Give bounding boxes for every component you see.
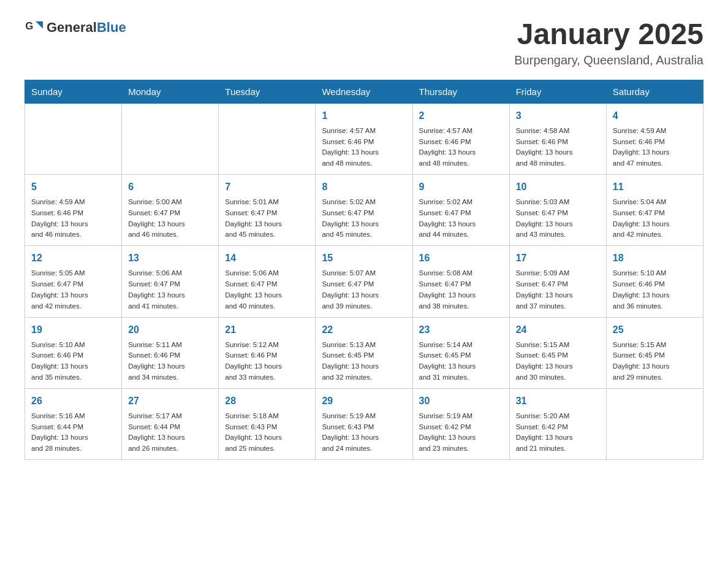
calendar-cell: 31Sunrise: 5:20 AMSunset: 6:42 PMDayligh… <box>509 388 606 459</box>
day-info: Sunrise: 5:06 AMSunset: 6:47 PMDaylight:… <box>128 268 212 312</box>
day-info: Sunrise: 5:17 AMSunset: 6:44 PMDaylight:… <box>128 411 212 454</box>
day-number: 10 <box>516 180 600 194</box>
calendar-cell: 14Sunrise: 5:06 AMSunset: 6:47 PMDayligh… <box>219 246 316 317</box>
day-info: Sunrise: 5:03 AMSunset: 6:47 PMDaylight:… <box>516 197 600 240</box>
day-info: Sunrise: 4:59 AMSunset: 6:46 PMDaylight:… <box>613 126 697 169</box>
day-number: 12 <box>31 251 115 266</box>
calendar-title: January 2025 <box>514 18 703 51</box>
day-number: 7 <box>225 180 309 194</box>
day-number: 24 <box>516 323 600 337</box>
day-number: 19 <box>31 323 115 337</box>
calendar-cell <box>219 103 316 174</box>
calendar-cell: 23Sunrise: 5:14 AMSunset: 6:45 PMDayligh… <box>412 317 509 388</box>
day-info: Sunrise: 4:58 AMSunset: 6:46 PMDaylight:… <box>516 126 600 169</box>
day-info: Sunrise: 4:57 AMSunset: 6:46 PMDaylight:… <box>322 126 406 169</box>
calendar-week-row: 26Sunrise: 5:16 AMSunset: 6:44 PMDayligh… <box>25 388 703 459</box>
svg-marker-1 <box>36 21 43 29</box>
day-info: Sunrise: 5:05 AMSunset: 6:47 PMDaylight:… <box>31 268 115 312</box>
day-info: Sunrise: 5:01 AMSunset: 6:47 PMDaylight:… <box>225 197 309 240</box>
day-info: Sunrise: 5:14 AMSunset: 6:45 PMDaylight:… <box>419 340 503 383</box>
calendar-cell: 29Sunrise: 5:19 AMSunset: 6:43 PMDayligh… <box>316 388 412 459</box>
day-number: 31 <box>516 394 600 408</box>
day-number: 26 <box>31 394 115 408</box>
calendar-week-row: 1Sunrise: 4:57 AMSunset: 6:46 PMDaylight… <box>25 103 703 174</box>
day-info: Sunrise: 5:15 AMSunset: 6:45 PMDaylight:… <box>613 340 697 383</box>
header-thursday: Thursday <box>412 80 509 103</box>
calendar-cell: 3Sunrise: 4:58 AMSunset: 6:46 PMDaylight… <box>509 103 606 174</box>
header-tuesday: Tuesday <box>219 80 316 103</box>
calendar-cell: 9Sunrise: 5:02 AMSunset: 6:47 PMDaylight… <box>412 175 509 246</box>
header-monday: Monday <box>122 80 219 103</box>
day-info: Sunrise: 5:04 AMSunset: 6:47 PMDaylight:… <box>613 197 697 240</box>
day-number: 20 <box>128 323 212 337</box>
day-number: 1 <box>322 109 406 123</box>
day-number: 27 <box>128 394 212 408</box>
day-number: 3 <box>516 109 600 123</box>
calendar-cell: 19Sunrise: 5:10 AMSunset: 6:46 PMDayligh… <box>25 317 122 388</box>
day-info: Sunrise: 5:10 AMSunset: 6:46 PMDaylight:… <box>613 268 697 312</box>
calendar-cell: 27Sunrise: 5:17 AMSunset: 6:44 PMDayligh… <box>122 388 219 459</box>
day-info: Sunrise: 5:19 AMSunset: 6:42 PMDaylight:… <box>419 411 503 454</box>
calendar-cell <box>606 388 703 459</box>
calendar-cell: 20Sunrise: 5:11 AMSunset: 6:46 PMDayligh… <box>122 317 219 388</box>
day-info: Sunrise: 5:10 AMSunset: 6:46 PMDaylight:… <box>31 340 115 383</box>
calendar-cell: 6Sunrise: 5:00 AMSunset: 6:47 PMDaylight… <box>122 175 219 246</box>
header-friday: Friday <box>509 80 606 103</box>
calendar-cell: 5Sunrise: 4:59 AMSunset: 6:46 PMDaylight… <box>25 175 122 246</box>
calendar-cell: 1Sunrise: 4:57 AMSunset: 6:46 PMDaylight… <box>316 103 412 174</box>
calendar-cell: 30Sunrise: 5:19 AMSunset: 6:42 PMDayligh… <box>412 388 509 459</box>
day-number: 5 <box>31 180 115 194</box>
day-info: Sunrise: 5:19 AMSunset: 6:43 PMDaylight:… <box>322 411 406 454</box>
calendar-cell: 11Sunrise: 5:04 AMSunset: 6:47 PMDayligh… <box>606 175 703 246</box>
calendar-week-row: 19Sunrise: 5:10 AMSunset: 6:46 PMDayligh… <box>25 317 703 388</box>
day-number: 15 <box>322 251 406 266</box>
calendar-cell: 25Sunrise: 5:15 AMSunset: 6:45 PMDayligh… <box>606 317 703 388</box>
calendar-cell: 17Sunrise: 5:09 AMSunset: 6:47 PMDayligh… <box>509 246 606 317</box>
day-info: Sunrise: 5:11 AMSunset: 6:46 PMDaylight:… <box>128 340 212 383</box>
header-sunday: Sunday <box>25 80 122 103</box>
day-number: 2 <box>419 109 503 123</box>
day-number: 4 <box>613 109 697 123</box>
header-saturday: Saturday <box>606 80 703 103</box>
day-info: Sunrise: 5:00 AMSunset: 6:47 PMDaylight:… <box>128 197 212 240</box>
svg-text:G: G <box>25 20 33 32</box>
day-number: 14 <box>225 251 309 266</box>
day-number: 16 <box>419 251 503 266</box>
day-number: 30 <box>419 394 503 408</box>
day-number: 17 <box>516 251 600 266</box>
logo-text-general: General <box>47 20 97 35</box>
day-number: 6 <box>128 180 212 194</box>
logo-icon: G <box>25 18 43 37</box>
calendar-cell: 15Sunrise: 5:07 AMSunset: 6:47 PMDayligh… <box>316 246 412 317</box>
calendar-cell <box>25 103 122 174</box>
day-info: Sunrise: 5:02 AMSunset: 6:47 PMDaylight:… <box>419 197 503 240</box>
header-wednesday: Wednesday <box>316 80 412 103</box>
calendar-cell: 10Sunrise: 5:03 AMSunset: 6:47 PMDayligh… <box>509 175 606 246</box>
calendar-cell: 7Sunrise: 5:01 AMSunset: 6:47 PMDaylight… <box>219 175 316 246</box>
day-info: Sunrise: 5:08 AMSunset: 6:47 PMDaylight:… <box>419 268 503 312</box>
day-info: Sunrise: 4:59 AMSunset: 6:46 PMDaylight:… <box>31 197 115 240</box>
calendar-cell: 12Sunrise: 5:05 AMSunset: 6:47 PMDayligh… <box>25 246 122 317</box>
calendar-cell: 18Sunrise: 5:10 AMSunset: 6:46 PMDayligh… <box>606 246 703 317</box>
day-number: 25 <box>613 323 697 337</box>
day-info: Sunrise: 5:07 AMSunset: 6:47 PMDaylight:… <box>322 268 406 312</box>
day-number: 29 <box>322 394 406 408</box>
calendar-header-row: SundayMondayTuesdayWednesdayThursdayFrid… <box>25 80 703 103</box>
calendar-cell: 26Sunrise: 5:16 AMSunset: 6:44 PMDayligh… <box>25 388 122 459</box>
day-info: Sunrise: 5:06 AMSunset: 6:47 PMDaylight:… <box>225 268 309 312</box>
calendar-week-row: 5Sunrise: 4:59 AMSunset: 6:46 PMDaylight… <box>25 175 703 246</box>
page-header: G GeneralBlue January 2025 Burpengary, Q… <box>25 18 703 67</box>
day-info: Sunrise: 5:12 AMSunset: 6:46 PMDaylight:… <box>225 340 309 383</box>
calendar-cell: 24Sunrise: 5:15 AMSunset: 6:45 PMDayligh… <box>509 317 606 388</box>
day-info: Sunrise: 5:20 AMSunset: 6:42 PMDaylight:… <box>516 411 600 454</box>
calendar-cell: 8Sunrise: 5:02 AMSunset: 6:47 PMDaylight… <box>316 175 412 246</box>
logo-text-blue: Blue <box>97 20 126 35</box>
day-number: 11 <box>613 180 697 194</box>
title-block: January 2025 Burpengary, Queensland, Aus… <box>514 18 703 67</box>
day-info: Sunrise: 4:57 AMSunset: 6:46 PMDaylight:… <box>419 126 503 169</box>
day-number: 8 <box>322 180 406 194</box>
day-number: 18 <box>613 251 697 266</box>
calendar-subtitle: Burpengary, Queensland, Australia <box>514 53 703 67</box>
day-number: 21 <box>225 323 309 337</box>
day-number: 9 <box>419 180 503 194</box>
